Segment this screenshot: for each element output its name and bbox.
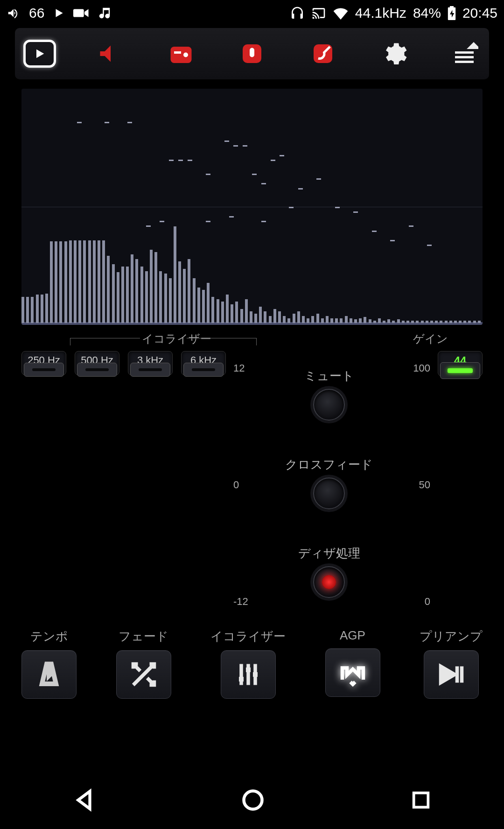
svg-rect-10	[246, 667, 251, 672]
dither-label: ディザ処理	[298, 545, 360, 562]
svg-rect-11	[253, 672, 258, 677]
eq-scale-mid: 0	[233, 479, 249, 491]
gain-title: ゲイン	[413, 331, 448, 346]
volume-level: 66	[29, 5, 44, 21]
eq-scale-max: 12	[233, 362, 249, 374]
status-bar: 66 44.1kHz 84% 20:45	[0, 0, 504, 26]
video-icon	[73, 7, 89, 19]
crossfeed-toggle[interactable]	[313, 478, 345, 509]
bottom-button-row: テンポフェードイコライザーAGPプリアンプ	[21, 628, 483, 699]
guitar-tab[interactable]	[307, 37, 339, 70]
crossfeed-label: クロスフィード	[285, 457, 373, 473]
wifi-icon	[333, 7, 349, 20]
svg-rect-9	[239, 677, 244, 681]
bottom-label: プリアンプ	[420, 628, 483, 645]
bottom-label: AGP	[340, 628, 365, 643]
home-button[interactable]	[241, 788, 265, 814]
eq-band-1[interactable]: 500 Hz	[75, 351, 119, 375]
volume-icon	[7, 6, 21, 20]
cast-icon	[311, 6, 326, 21]
eq-scale: 12 0 -12	[233, 351, 249, 612]
gain-scale: 100 50 0	[409, 351, 430, 612]
bottom-metronome-button[interactable]	[21, 650, 77, 699]
bottom-label: フェード	[119, 628, 168, 645]
playback-tab[interactable]	[23, 37, 56, 70]
speaker-tab[interactable]	[94, 37, 127, 70]
settings-button[interactable]	[377, 37, 410, 70]
mute-toggle[interactable]	[313, 389, 345, 421]
equalizer-title: イコライザー	[142, 331, 211, 346]
mic-tab[interactable]	[236, 37, 268, 70]
svg-rect-2	[450, 6, 454, 8]
section-titles: イコライザー ゲイン	[0, 331, 504, 347]
gain-scale-max: 100	[409, 362, 430, 374]
bottom-label: イコライザー	[210, 628, 286, 645]
bottom-agp-button[interactable]	[325, 648, 380, 697]
clock: 20:45	[462, 5, 497, 21]
app-toolbar	[15, 28, 489, 79]
eq-band-0[interactable]: 250 Hz	[21, 351, 66, 375]
svg-rect-0	[73, 9, 84, 17]
spectrum-visualizer	[21, 89, 483, 325]
eq-band-2[interactable]: 3 kHz	[128, 351, 173, 375]
battery-icon	[448, 6, 456, 20]
gain-scale-mid: 50	[409, 479, 430, 491]
music-icon	[98, 6, 112, 20]
svg-point-12	[244, 791, 262, 809]
bottom-sliders-button[interactable]	[221, 650, 276, 699]
bottom-label: テンポ	[30, 628, 68, 645]
dither-toggle[interactable]	[313, 566, 345, 598]
svg-rect-5	[174, 51, 181, 54]
gain-scale-min: 0	[409, 596, 430, 608]
controls-row: 250 Hz500 Hz3 kHz6 kHz 12 0 -12 ミュート クロス…	[21, 351, 483, 612]
svg-rect-13	[413, 793, 428, 808]
eq-band-3[interactable]: 6 kHz	[181, 351, 226, 375]
toggle-column: ミュート クロスフィード ディザ処理	[257, 351, 401, 612]
radio-tab[interactable]	[165, 37, 197, 70]
back-button[interactable]	[72, 788, 96, 814]
svg-rect-7	[250, 48, 254, 57]
recent-button[interactable]	[410, 789, 432, 813]
battery-percent: 84%	[413, 5, 441, 21]
svg-point-4	[183, 53, 188, 57]
eq-scale-min: -12	[233, 596, 249, 608]
android-navigation	[0, 773, 504, 829]
headphones-icon	[290, 6, 305, 21]
bottom-preamp-button[interactable]	[424, 650, 479, 699]
bottom-shuffle-button[interactable]	[116, 650, 171, 699]
gain-slider[interactable]: 44	[438, 351, 483, 376]
svg-rect-3	[171, 47, 192, 63]
eq-cluster: 250 Hz500 Hz3 kHz6 kHz	[21, 351, 226, 375]
mute-label: ミュート	[304, 368, 354, 384]
menu-button[interactable]	[448, 37, 481, 70]
sample-rate: 44.1kHz	[355, 5, 406, 21]
play-icon	[53, 7, 65, 19]
